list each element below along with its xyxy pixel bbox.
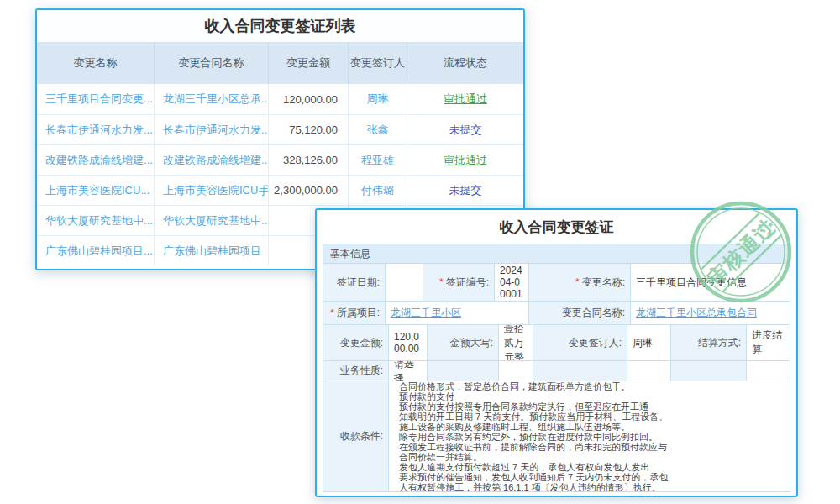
status-badge[interactable]: 审批通过: [444, 92, 487, 107]
cell-signer: 周琳: [348, 84, 407, 114]
form-row-4: 业务性质: 请选择: [323, 360, 790, 381]
empty-label-cell: [670, 361, 746, 381]
cell-contract-name[interactable]: 长春市伊通河水力发...: [154, 115, 268, 144]
cell-contract-name[interactable]: 华软大厦研究基地中...: [154, 206, 268, 235]
empty-label-cell: [427, 361, 498, 381]
col-header-status: 流程状态: [407, 42, 523, 84]
cell-change-name[interactable]: 三千里项目合同变更...: [37, 84, 154, 114]
signer-label: 变更签订人:: [533, 325, 627, 360]
contract-name-label: 变更合同名称:: [528, 302, 630, 324]
empty-label-cell: [533, 361, 627, 381]
cell-change-name[interactable]: 长春市伊通河水力发...: [37, 115, 154, 144]
change-name-field[interactable]: 三千里项目合同变更信息: [630, 264, 790, 301]
cell-contract-name[interactable]: 改建铁路成渝线增建...: [154, 145, 268, 175]
list-title: 收入合同变更签证列表: [37, 10, 523, 42]
cell-signer: 付伟璐: [348, 176, 407, 205]
list-header-row: 变更名称 变更合同名称 变更金额 变更签订人 流程状态: [37, 42, 523, 84]
cell-signer: 程亚雄: [348, 145, 407, 175]
amount-label: 变更金额:: [323, 325, 388, 360]
required-marker: *: [330, 307, 334, 319]
empty-value-cell: [627, 361, 670, 381]
project-link[interactable]: 龙湖三千里小区: [391, 306, 461, 320]
business-nature-label: 业务性质:: [323, 361, 388, 381]
status-badge[interactable]: 审批通过: [444, 153, 487, 168]
cell-contract-name[interactable]: 上海市美容医院ICU手...: [154, 176, 268, 205]
cell-change-name[interactable]: 改建铁路成渝线增建...: [37, 145, 154, 175]
cell-contract-name[interactable]: 广东佛山碧桂园项目: [154, 236, 268, 265]
status-badge[interactable]: 未提交: [449, 183, 482, 198]
contract-name-field: 龙湖三千里小区总承包合同: [630, 302, 790, 324]
contract-link[interactable]: 龙湖三千里小区总承包合同: [636, 306, 757, 320]
form-title: 收入合同变更签证: [317, 210, 796, 244]
cell-amount: 120,000.00: [268, 84, 348, 114]
cell-amount: 2,300,000.00: [268, 176, 348, 205]
signer-field[interactable]: 周琳: [627, 325, 670, 360]
change-name-label: *变更名称:: [528, 264, 630, 301]
sign-no-field: 202404-00001: [494, 264, 528, 301]
project-field: 龙湖三千里小区: [385, 302, 528, 324]
required-marker: *: [575, 276, 580, 288]
col-header-contract-name: 变更合同名称: [154, 42, 268, 84]
cell-change-name[interactable]: 上海市美容医院ICU...: [37, 176, 154, 205]
cell-change-name[interactable]: 广东佛山碧桂园项目...: [37, 236, 154, 265]
cell-change-name[interactable]: 华软大厦研究基地中...: [37, 206, 154, 235]
amount-caps-field: 壹拾贰万元整: [498, 325, 533, 360]
empty-value-cell: [498, 361, 533, 381]
col-header-signer: 变更签订人: [348, 42, 407, 84]
settle-method-field[interactable]: 进度结算: [746, 325, 790, 360]
sign-date-label: 签证日期:: [323, 264, 385, 301]
table-row: 三千里项目合同变更... 龙湖三千里小区总承... 120,000.00 周琳 …: [37, 84, 523, 114]
settle-method-label: 结算方式:: [670, 325, 746, 360]
project-label: *所属项目:: [323, 302, 385, 324]
payment-condition-text: 合同价格形式：暂定总价合同，建筑面积单方造价包干。 预付款的支付 预付款的支付按…: [394, 381, 673, 491]
sign-no-label: *签证编号:: [423, 264, 494, 301]
required-marker: *: [439, 276, 444, 288]
cell-contract-name[interactable]: 龙湖三千里小区总承...: [154, 84, 268, 114]
cell-signer: 张鑫: [348, 115, 407, 144]
cell-amount: 328,126.00: [268, 145, 348, 175]
contract-change-detail-panel: 收入合同变更签证 基本信息 签证日期: *签证编号: 202404-00001 …: [315, 208, 798, 497]
form-row-3: 变更金额: 120,000.00 金额大写: 壹拾贰万元整 变更签订人: 周琳 …: [323, 324, 790, 360]
table-row: 长春市伊通河水力发... 长春市伊通河水力发... 75,120.00 张鑫 未…: [37, 114, 523, 144]
sign-date-field[interactable]: [385, 264, 423, 301]
form-row-1: 签证日期: *签证编号: 202404-00001 *变更名称: 三千里项目合同…: [323, 264, 790, 301]
amount-caps-label: 金额大写:: [427, 325, 498, 360]
amount-field[interactable]: 120,000.00: [388, 325, 427, 360]
empty-value-cell: [746, 361, 790, 381]
payment-condition-field: 合同价格形式：暂定总价合同，建筑面积单方造价包干。 预付款的支付 预付款的支付按…: [388, 381, 790, 491]
status-badge[interactable]: 未提交: [449, 123, 482, 138]
payment-condition-label: 收款条件:: [323, 381, 388, 491]
business-nature-select[interactable]: 请选择: [388, 361, 427, 381]
col-header-change-name: 变更名称: [37, 42, 154, 84]
table-row: 上海市美容医院ICU... 上海市美容医院ICU手... 2,300,000.0…: [37, 175, 523, 205]
form-table: 签证日期: *签证编号: 202404-00001 *变更名称: 三千里项目合同…: [323, 264, 790, 492]
section-basic-info: 基本信息: [323, 244, 790, 264]
col-header-amount: 变更金额: [268, 42, 348, 84]
form-row-2: *所属项目: 龙湖三千里小区 变更合同名称: 龙湖三千里小区总承包合同: [323, 301, 790, 324]
table-row: 改建铁路成渝线增建... 改建铁路成渝线增建... 328,126.00 程亚雄…: [37, 144, 523, 175]
form-row-5: 收款条件: 合同价格形式：暂定总价合同，建筑面积单方造价包干。 预付款的支付 预…: [323, 381, 790, 491]
cell-amount: 75,120.00: [268, 115, 348, 144]
